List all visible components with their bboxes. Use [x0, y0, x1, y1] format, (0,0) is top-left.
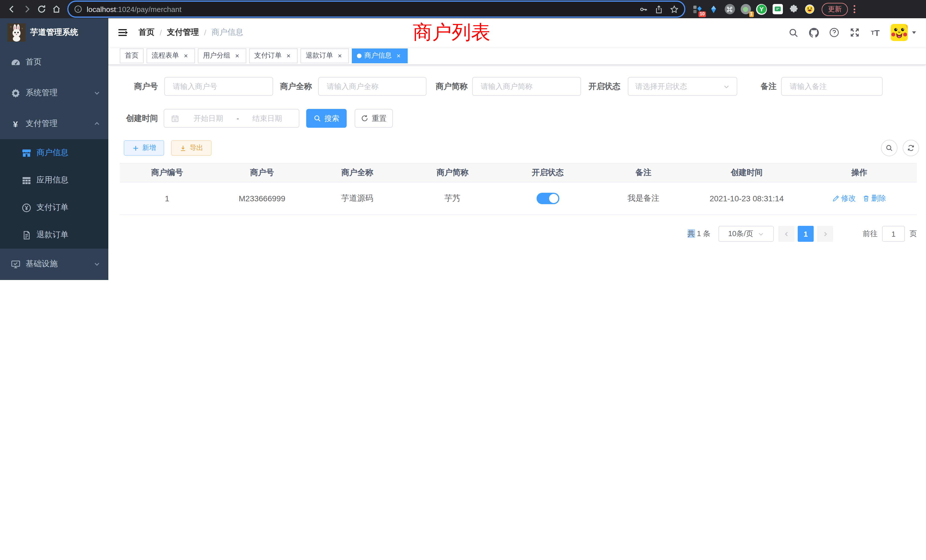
short-name-input[interactable] [472, 77, 581, 96]
sidebar-item-label: 基础设施 [26, 259, 57, 269]
merchant-no-input[interactable] [164, 77, 273, 96]
navbar-actions: TT [785, 24, 926, 41]
filter-label-remark: 备注 [760, 77, 776, 96]
sidebar-item-label: 应用信息 [36, 175, 68, 185]
breadcrumb-current: 商户信息 [212, 27, 244, 38]
extension-y-icon[interactable]: Y [756, 4, 767, 15]
tab-user-group[interactable]: 用户分组× [198, 48, 246, 63]
password-key-icon[interactable] [639, 5, 648, 14]
col-create-time: 创建时间 [691, 163, 802, 182]
fullscreen-icon[interactable] [846, 24, 863, 41]
header-search-icon[interactable] [785, 24, 802, 41]
tab-pay-order[interactable]: 支付订单× [249, 48, 298, 63]
extension-tabs-icon[interactable]: 10 [692, 4, 703, 15]
page-content: 商户号 商户全称 商户简称 开启状态 请选择开启状态 备注 [108, 65, 926, 280]
sidebar-item-app-info[interactable]: 应用信息 [0, 166, 108, 194]
pagination: 共 1 条 10条/页 1 前往 页 [687, 226, 917, 242]
tab-refund-order[interactable]: 退款订单× [301, 48, 349, 63]
table-row: 1 M233666999 芋道源码 芋艿 我是备注 2021-10-23 08:… [120, 183, 917, 215]
browser-reload-icon[interactable] [34, 2, 49, 17]
full-name-input[interactable] [318, 77, 427, 96]
create-time-range-picker[interactable]: 开始日期 - 结束日期 [163, 109, 300, 128]
tags-view: 首页 流程表单× 用户分组× 支付订单× 退款订单× 商户信息× [108, 47, 926, 65]
add-button[interactable]: 新增 [124, 140, 164, 156]
dashboard-icon [10, 57, 21, 67]
col-merchant-no: 商户号 [214, 163, 310, 182]
search-button[interactable]: 搜索 [306, 109, 346, 128]
yen-circle-icon [21, 203, 31, 212]
app-logo[interactable]: 芋道管理系统 [0, 18, 108, 47]
edit-link[interactable]: 修改 [832, 193, 856, 204]
active-dot [357, 53, 362, 58]
close-icon[interactable]: × [395, 51, 402, 60]
browser-home-icon[interactable] [49, 2, 64, 17]
chevron-down-icon [758, 231, 764, 237]
browser-update-button[interactable]: 更新 [822, 3, 848, 16]
github-icon[interactable] [805, 24, 822, 41]
tab-merchant-info[interactable]: 商户信息× [352, 48, 408, 63]
address-bar[interactable]: localhost:1024/pay/merchant [68, 2, 684, 17]
sidebar-item-pay-order[interactable]: 支付订单 [0, 194, 108, 221]
remark-input[interactable] [781, 77, 883, 96]
extension-recorder-icon[interactable]: 1 [740, 4, 751, 15]
user-menu[interactable] [891, 24, 917, 41]
chevron-down-icon [94, 260, 100, 268]
extension-notes-icon[interactable] [772, 4, 783, 15]
delete-link[interactable]: 删除 [863, 193, 886, 204]
next-page-button[interactable] [817, 226, 833, 242]
close-icon[interactable]: × [182, 51, 190, 60]
export-button[interactable]: 导出 [171, 140, 212, 156]
tab-process-form[interactable]: 流程表单× [147, 48, 195, 63]
close-icon[interactable]: × [336, 51, 344, 60]
sidebar-item-label: 支付订单 [36, 203, 68, 213]
sidebar-item-infrastructure[interactable]: 基础设施 [0, 249, 108, 279]
filter-label-full-name: 商户全称 [279, 77, 312, 96]
prev-page-button[interactable] [778, 226, 794, 242]
page-number-1[interactable]: 1 [798, 226, 814, 242]
cell-full-name: 芋道源码 [310, 183, 405, 215]
table-header-row: 商户编号 商户号 商户全称 商户简称 开启状态 备注 创建时间 操作 [120, 163, 917, 183]
goto-page-input[interactable] [882, 226, 905, 242]
browser-forward-icon[interactable] [20, 2, 34, 17]
extension-puzzle-icon[interactable] [788, 4, 799, 15]
extension-command-icon[interactable] [724, 4, 735, 15]
screen: localhost:1024/pay/merchant 10 [0, 0, 926, 280]
sidebar-item-system[interactable]: 系统管理 [0, 77, 108, 108]
browser-back-icon[interactable] [5, 2, 20, 17]
page-info-icon[interactable] [74, 5, 82, 13]
page-size-select[interactable]: 10条/页 [719, 226, 774, 242]
table-search-toggle-icon[interactable] [881, 140, 897, 156]
start-date-placeholder: 开始日期 [184, 113, 233, 123]
sidebar-item-payment[interactable]: ¥ 支付管理 [0, 108, 108, 139]
reset-button[interactable]: 重置 [355, 109, 393, 128]
cell-merchant-id: 1 [120, 183, 214, 215]
table-refresh-icon[interactable] [903, 140, 919, 156]
sidebar-item-dev-tools[interactable]: 研发工具 [0, 279, 108, 280]
font-size-icon[interactable]: TT [867, 24, 884, 41]
col-merchant-id: 商户编号 [120, 163, 214, 182]
close-icon[interactable]: × [233, 51, 241, 60]
status-select[interactable]: 请选择开启状态 [628, 77, 737, 96]
status-toggle[interactable] [536, 193, 559, 204]
help-icon[interactable] [826, 24, 843, 41]
close-icon[interactable]: × [284, 51, 292, 60]
bookmark-star-icon[interactable] [670, 5, 679, 14]
browser-menu-icon[interactable] [853, 5, 855, 13]
yen-icon: ¥ [10, 120, 21, 128]
filter-label-create-time: 创建时间 [123, 109, 158, 128]
chevron-down-icon [723, 83, 730, 90]
share-icon[interactable] [655, 5, 663, 14]
extension-emoji-icon[interactable] [804, 4, 815, 15]
breadcrumb-separator: / [204, 28, 206, 37]
filter-label-status: 开启状态 [587, 77, 620, 96]
sidebar-item-merchant-info[interactable]: 商户信息 [0, 139, 108, 166]
breadcrumb-payment[interactable]: 支付管理 [167, 27, 199, 38]
breadcrumb-home[interactable]: 首页 [139, 27, 154, 38]
sidebar-item-home[interactable]: 首页 [0, 47, 108, 77]
hamburger-icon[interactable] [108, 27, 134, 38]
sidebar-item-refund-order[interactable]: 退款订单 [0, 221, 108, 249]
extension-pin-icon[interactable] [708, 4, 719, 15]
col-short-name: 商户简称 [405, 163, 500, 182]
col-full-name: 商户全称 [310, 163, 405, 182]
tab-home[interactable]: 首页 [120, 48, 144, 63]
